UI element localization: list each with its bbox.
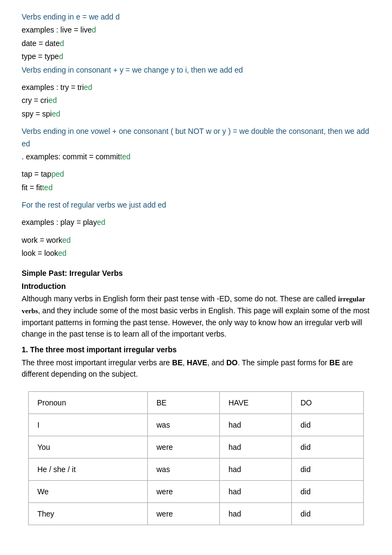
line-verbs-ending-consonant-y: Verbs ending in consonant + y = we chang…	[22, 64, 370, 76]
text-worked-ed: ed	[62, 236, 71, 244]
table-header-row: Pronoun BE HAVE DO	[29, 391, 364, 414]
conjugation-table: Pronoun BE HAVE DO I was had did You wer…	[28, 391, 364, 525]
text-played-ed: ed	[97, 218, 106, 227]
text-do-bold: DO	[226, 358, 238, 367]
section-for-the-rest: For the rest of regular verbs we just ad…	[22, 199, 370, 211]
para-introduction: Although many verbs in English form thei…	[22, 293, 370, 340]
line-work: work = worked	[22, 234, 370, 246]
cell-do-they: did	[292, 502, 364, 525]
cell-pronoun-you: You	[29, 436, 148, 458]
text-have-bold: HAVE	[187, 358, 207, 367]
text-lived-ed: d	[92, 25, 96, 34]
table-row-he-she-it: He / she / it was had did	[29, 458, 364, 480]
title-three-most-important: 1. The three most important irregular ve…	[22, 344, 370, 356]
cell-pronoun-we: We	[29, 480, 148, 502]
text-fitted-ted: ted	[42, 183, 53, 192]
cell-do-we: did	[292, 480, 364, 502]
text-irregular-verbs-bold: irregular verbs	[22, 295, 365, 315]
cell-do-i: did	[292, 414, 364, 436]
text-tried-ed: ed	[84, 83, 93, 92]
cell-pronoun-he-she-it: He / she / it	[29, 458, 148, 480]
line-commit-example: . examples: commit = committed	[22, 151, 370, 163]
table-row-you: You were had did	[29, 436, 364, 458]
title-simple-past-irregular: Simple Past: Irregular Verbs	[22, 267, 370, 279]
text-cried-ed: ed	[48, 96, 57, 105]
header-pronoun: Pronoun	[29, 391, 148, 414]
cell-be-they: were	[148, 502, 220, 525]
text-be-bold-2: BE	[329, 358, 339, 367]
cell-do-you: did	[292, 436, 364, 458]
text-typed-d: d	[59, 52, 63, 61]
text-tapped-ped: ped	[51, 170, 64, 178]
section-tap-fit: tap = tapped fit = fitted	[22, 168, 370, 193]
header-be: BE	[148, 391, 220, 414]
line-play: examples : play = played	[22, 216, 370, 228]
section-verbs-ending-e: Verbs ending in e = we add d examples : …	[22, 11, 370, 76]
cell-have-he-she-it: had	[220, 458, 292, 480]
text-e-rest: = we add	[80, 12, 115, 21]
text-d-highlight: d	[115, 12, 120, 21]
cell-pronoun-i: I	[29, 414, 148, 436]
section-work-look: work = worked look = looked	[22, 234, 370, 260]
para-three-most-important: The three most important irregular verbs…	[22, 357, 370, 380]
line-examples-live: examples : live = lived	[22, 24, 370, 36]
table-row-we: We were had did	[29, 480, 364, 502]
line-for-the-rest: For the rest of regular verbs we just ad…	[22, 199, 370, 211]
text-for-the-rest: For the rest of regular verbs we just ad…	[22, 201, 166, 209]
text-committed-ted: ted	[120, 152, 130, 161]
cell-do-he-she-it: did	[292, 458, 364, 480]
text-dated-d: d	[60, 39, 64, 48]
cell-be-we: were	[148, 480, 220, 502]
cell-have-you: had	[220, 436, 292, 458]
text-verbs-ending-consonant-y: Verbs ending in consonant + y = we chang…	[22, 66, 243, 74]
cell-pronoun-they: They	[29, 502, 148, 525]
section-double-consonant: Verbs ending in one vowel + one consonan…	[22, 125, 370, 163]
table-row-i: I was had did	[29, 414, 364, 436]
title-introduction: Introduction	[22, 280, 370, 292]
header-have: HAVE	[220, 391, 292, 414]
section-try-cry-spy: examples : try = tried cry = cried spy =…	[22, 81, 370, 120]
text-looked-ed: ed	[58, 249, 67, 257]
text-double-consonant-rule: Verbs ending in one vowel + one consonan…	[22, 127, 369, 147]
line-date: date = dated	[22, 37, 370, 49]
line-spy: spy = spied	[22, 108, 370, 120]
cell-have-they: had	[220, 502, 292, 525]
line-cry: cry = cried	[22, 94, 370, 106]
cell-have-we: had	[220, 480, 292, 502]
line-fit: fit = fitted	[22, 182, 370, 193]
line-type: type = typed	[22, 50, 370, 62]
cell-be-you: were	[148, 436, 220, 458]
intro-section: Simple Past: Irregular Verbs Introductio…	[22, 267, 370, 380]
cell-have-i: had	[220, 414, 292, 436]
section-play: examples : play = played	[22, 216, 370, 228]
header-do: DO	[292, 391, 364, 414]
line-double-consonant-rule: Verbs ending in one vowel + one consonan…	[22, 125, 370, 150]
text-spied-ed: ed	[52, 109, 61, 118]
table-row-they: They were had did	[29, 502, 364, 525]
cell-be-i: was	[148, 414, 220, 436]
text-verbs-ending-e-intro: Verbs ending in	[22, 12, 76, 21]
text-be-bold: BE	[172, 358, 182, 367]
line-look: look = looked	[22, 247, 370, 259]
line-tap: tap = tapped	[22, 168, 370, 180]
line-try: examples : try = tried	[22, 81, 370, 93]
cell-be-he-she-it: was	[148, 458, 220, 480]
line-verbs-ending-e: Verbs ending in e = we add d	[22, 11, 370, 23]
